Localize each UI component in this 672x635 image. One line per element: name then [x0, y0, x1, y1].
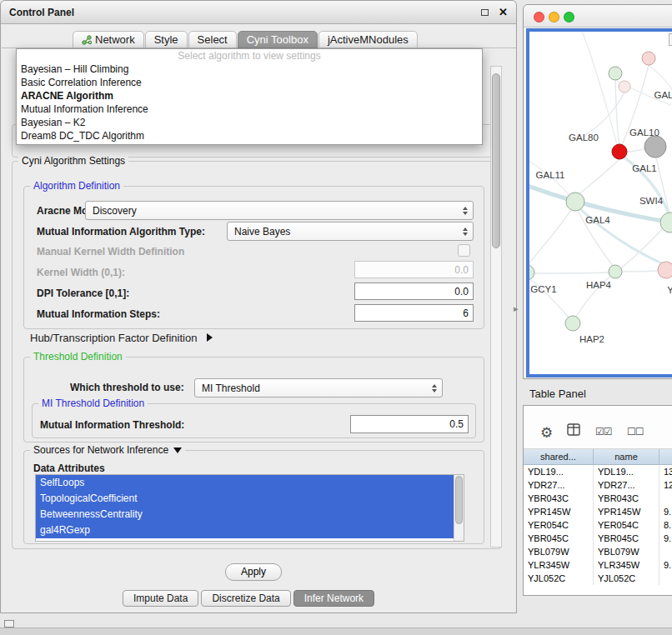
column-header[interactable]: name [594, 449, 659, 465]
group-title: Algorithm Definition [30, 180, 123, 192]
table-row[interactable]: YDR27... YDR27... 12 [524, 478, 672, 492]
cell: 9. [659, 532, 672, 545]
aracne-mode-select[interactable]: Discovery [85, 201, 474, 220]
table-row[interactable]: YBL079W YBL079W [524, 545, 672, 558]
view-scroll-corner[interactable] [669, 33, 672, 46]
dropdown-option[interactable]: Dream8 DC_TDC Algorithm [17, 129, 482, 142]
which-threshold-select[interactable]: MI Threshold [194, 378, 443, 398]
network-node[interactable] [642, 52, 655, 65]
cell: YBL079W [594, 545, 659, 558]
close-icon[interactable]: ✕ [499, 7, 508, 18]
dropdown-option[interactable]: Basic Correlation Inference [17, 76, 482, 89]
tab-infer-network[interactable]: Infer Network [293, 590, 374, 607]
cell: YBR043C [594, 492, 659, 505]
network-graph: GAL80 GAL10 GAL11 GAL1 SWI4 GAL4 GCY1 HA… [529, 32, 672, 374]
network-node[interactable] [619, 81, 630, 92]
node-label: GAL4 [585, 215, 610, 225]
tab-cyni-toolbox[interactable]: Cyni Toolbox [238, 31, 318, 48]
apply-button[interactable]: Apply [225, 563, 282, 581]
kernel-width-field[interactable]: 0.0 [354, 261, 474, 278]
table-row[interactable]: YPR145W YPR145W 9. [524, 505, 672, 518]
network-node[interactable] [609, 67, 622, 80]
dropdown-option[interactable]: Bayesian – Hill Climbing [17, 62, 482, 76]
node-gal10-red[interactable] [612, 144, 627, 159]
manual-kernel-width-checkbox[interactable] [458, 244, 470, 257]
show-columns-icon[interactable] [567, 423, 581, 437]
node-label: HAP2 [579, 334, 604, 344]
tab-discretize-data[interactable]: Discretize Data [201, 590, 290, 607]
cell: YJL052C [524, 572, 594, 585]
cell: YPR145W [524, 505, 594, 518]
which-threshold-label: Which threshold to use: [70, 382, 184, 393]
node-gcy1[interactable] [529, 265, 534, 280]
network-node[interactable] [658, 262, 672, 278]
tab-label: Select [198, 32, 228, 48]
panel-splitter-handle[interactable]: ▸ [514, 303, 519, 314]
table-row[interactable]: YER054C YER054C 8. [524, 518, 672, 532]
deselect-all-rows-icon[interactable]: ☐☐ [627, 426, 644, 438]
table-row[interactable]: YDL19... YDL19... 13 [524, 465, 672, 478]
sources-group-header[interactable]: Sources for Network Inference [30, 444, 185, 457]
cell [659, 572, 672, 585]
table-row[interactable]: YBR045C YBR045C 9. [524, 532, 672, 545]
tab-network[interactable]: Network [73, 31, 144, 48]
close-traffic-light[interactable] [534, 12, 544, 22]
node-label: HAP4 [586, 280, 612, 290]
field-value: 0.0 [454, 264, 469, 276]
list-item[interactable]: SelfLoops [36, 475, 454, 491]
cell: 13 [659, 465, 672, 478]
column-header[interactable]: shared... [524, 449, 594, 465]
scrollbar-thumb[interactable] [492, 73, 500, 248]
gear-icon[interactable]: ⚙ [540, 424, 553, 442]
node-label: GAL1 [632, 163, 656, 173]
tab-style[interactable]: Style [145, 31, 188, 48]
tab-impute-data[interactable]: Impute Data [123, 590, 198, 607]
panel-scrollbar[interactable] [490, 66, 502, 548]
node-hap2[interactable] [565, 316, 580, 331]
minimize-traffic-light[interactable] [549, 12, 559, 22]
control-panel-titlebar[interactable]: Control Panel ✕ [1, 1, 516, 24]
node-gal4[interactable] [566, 192, 584, 211]
column-header[interactable] [659, 449, 672, 465]
list-scrollbar[interactable] [454, 475, 464, 541]
select-all-rows-icon[interactable]: ☑☑ [595, 426, 612, 438]
dpi-tolerance-field[interactable]: 0.0 [354, 282, 474, 300]
list-item[interactable]: TopologicalCoefficient [36, 491, 454, 507]
mi-threshold-field[interactable]: 0.5 [350, 415, 469, 433]
dpi-tolerance-label: DPI Tolerance [0,1]: [37, 288, 129, 299]
node-hap4[interactable] [609, 265, 622, 278]
node-gray[interactable] [644, 136, 666, 158]
mi-algorithm-type-select[interactable]: Naive Bayes [227, 222, 474, 241]
table-row[interactable]: YBR043C YBR043C [524, 492, 672, 505]
node-label: GAL80 [569, 132, 599, 142]
group-title: Cyni Algorithm Settings [18, 155, 128, 168]
list-item[interactable]: gal4RGexp [36, 522, 454, 538]
node-label: GAL [654, 90, 672, 100]
tab-label: Cyni Toolbox [247, 32, 308, 48]
zoom-traffic-light[interactable] [564, 12, 574, 22]
network-canvas[interactable]: GAL80 GAL10 GAL11 GAL1 SWI4 GAL4 GCY1 HA… [526, 28, 672, 378]
cell: YDR27... [524, 478, 594, 492]
dropdown-option[interactable]: Bayesian – K2 [17, 116, 482, 129]
tab-select[interactable]: Select [188, 31, 237, 48]
combo-value: MI Threshold [202, 382, 260, 394]
table-row[interactable]: YLR345W YLR345W 9. [524, 558, 672, 572]
mi-steps-field[interactable]: 6 [354, 304, 474, 322]
hub-definition-header[interactable]: Hub/Transcription Factor Definition [30, 332, 213, 344]
data-attributes-label: Data Attributes [33, 462, 105, 474]
float-window-icon[interactable] [481, 9, 489, 16]
bottom-tab-bar: Impute Data Discretize Data Infer Networ… [123, 590, 374, 607]
list-item[interactable]: BetweennessCentrality [36, 507, 454, 522]
manual-kernel-width-label: Manual Kernel Width Definition [37, 246, 184, 258]
group-title: MI Threshold Definition [38, 398, 148, 410]
table-row[interactable]: YJL052C YJL052C [524, 572, 672, 585]
cell: YLR345W [524, 558, 594, 572]
dropdown-option[interactable]: Mutual Information Inference [17, 102, 482, 116]
table-body: YDL19... YDL19... 13 YDR27... YDR27... 1… [524, 465, 672, 585]
dropdown-option-selected[interactable]: ARACNE Algorithm [17, 89, 482, 102]
cell: YDL19... [524, 465, 594, 478]
tab-jactivemodules[interactable]: jActiveMNodules [318, 31, 418, 48]
desktop: Control Panel ✕ Network Style [0, 0, 672, 635]
minimized-window-icon[interactable] [4, 620, 14, 628]
network-window-titlebar[interactable] [524, 5, 672, 28]
